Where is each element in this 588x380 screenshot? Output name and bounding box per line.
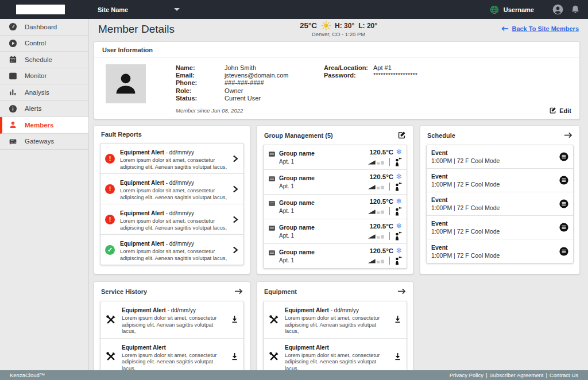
sidebar-item-label: Members [25, 122, 54, 129]
gateway-device-icon [9, 137, 17, 146]
fault-reports-card: Fault Reports ! Equipment Alert - dd/mm/… [94, 125, 250, 274]
sidebar-item-alerts[interactable]: Alerts [0, 101, 88, 118]
subscriber-agreement-link[interactable]: Subscriber Agreement [489, 372, 543, 378]
account-avatar-icon[interactable] [552, 4, 563, 15]
equipment-row[interactable]: Equipment AlertLorem ipsum dolor sit ame… [264, 339, 407, 370]
page-title: Member Details [98, 23, 175, 36]
schedule-event-row[interactable]: Event1:00PM | 72 F Cool Mode [427, 145, 573, 169]
event-menu-icon[interactable] [559, 247, 568, 256]
schedule-list: Event1:00PM | 72 F Cool Mode Event1:00PM… [426, 145, 574, 263]
calendar-icon [9, 55, 17, 64]
logo-placeholder [16, 5, 65, 14]
sidebar-item-label: Gateways [25, 138, 54, 145]
schedule-event-row[interactable]: Event1:00PM | 72 F Cool Mode [427, 169, 573, 192]
tools-icon [268, 314, 280, 325]
fault-report-row[interactable]: ! Equipment Alert - dd/mm/yyLorem ipsum … [100, 204, 243, 235]
arrow-right-icon[interactable] [397, 287, 406, 296]
group-row[interactable]: Group nameApt. 1 120.5°C❄ [264, 145, 407, 170]
occupancy-icon [394, 256, 402, 265]
schedule-card: Schedule Event1:00PM | 72 F Cool Mode Ev… [420, 125, 580, 274]
user-fields-left: Name:John Smith Email:jstevens@domain.co… [176, 64, 288, 114]
person-icon [9, 121, 17, 129]
schedule-title: Schedule [427, 132, 455, 139]
fault-report-row[interactable]: ! Equipment Alert - dd/mm/yyLorem ipsum … [100, 174, 243, 204]
chevron-right-icon[interactable] [232, 246, 239, 254]
fan-speed-icon [368, 233, 385, 239]
group-row[interactable]: Group nameApt. 1 120.5°C❄ [264, 219, 407, 244]
service-history-title: Service History [101, 288, 147, 295]
group-icon [268, 200, 276, 207]
sidebar-item-members[interactable]: Members [0, 117, 88, 134]
contract-us-link[interactable]: Contract Us [550, 372, 578, 378]
chevron-right-icon[interactable] [232, 154, 239, 163]
sidebar-item-monitor[interactable]: Monitor [0, 68, 88, 85]
user-info-title: User Information [94, 42, 579, 57]
service-history-list: Equipment Alert - dd/mm/yyLorem ipsum do… [100, 301, 244, 370]
service-history-row[interactable]: Equipment Alert - dd/mm/yyLorem ipsum do… [100, 301, 243, 339]
cool-mode-snowflake-icon: ❄ [396, 197, 402, 205]
group-list: Group nameApt. 1 120.5°C❄ Group nameApt.… [263, 145, 407, 269]
sidebar-item-control[interactable]: Control [0, 36, 88, 52]
sidebar-item-schedule[interactable]: Schedule [0, 52, 88, 68]
line-chart-icon [9, 72, 17, 80]
schedule-event-row[interactable]: Event1:00PM | 72 F Cool Mode [427, 239, 573, 263]
privacy-policy-link[interactable]: Privacy Policy [450, 372, 483, 378]
field-value: John Smith [225, 64, 256, 72]
service-history-row[interactable]: Equipment AlertLorem ipsum dolor sit ame… [100, 339, 243, 370]
field-label: Status: [176, 95, 225, 102]
download-icon[interactable] [394, 315, 402, 324]
group-management-title: Group Management (5) [264, 132, 333, 139]
cool-mode-snowflake-icon: ❄ [396, 173, 402, 180]
sidebar-item-analysis[interactable]: Analysis [0, 84, 88, 101]
group-management-card: Group Management (5) Group nameApt. 1 12… [257, 125, 413, 274]
equipment-row[interactable]: Equipment Alert - dd/mm/yyLorem ipsum do… [264, 301, 407, 339]
sidebar-item-label: Control [25, 40, 46, 46]
chevron-right-icon[interactable] [232, 215, 239, 224]
divider [389, 232, 390, 240]
event-menu-icon[interactable] [559, 176, 568, 185]
sidebar-item-label: Monitor [25, 72, 47, 79]
main-content: Member Details 25°C H: 30° L: 20° Denver… [89, 19, 588, 370]
arrow-right-icon[interactable] [234, 287, 243, 296]
sidebar-item-gateways[interactable]: Gateways [0, 134, 88, 150]
divider [389, 257, 390, 265]
equipment-list: Equipment Alert - dd/mm/yyLorem ipsum do… [263, 301, 407, 370]
event-menu-icon[interactable] [559, 152, 568, 161]
user-fields-right: Area/Location:Apt #1 Password:**********… [324, 64, 417, 79]
schedule-event-row[interactable]: Event1:00PM | 72 F Cool Mode [427, 192, 573, 216]
edit-user-button[interactable]: Edit [549, 107, 571, 114]
username-label: Username [504, 6, 534, 13]
weather-widget: 25°C H: 30° L: 20° Denver, CO - 1:20 PM [300, 21, 377, 37]
notifications-bell-icon[interactable] [571, 5, 580, 14]
site-name-dropdown[interactable]: Site Name [98, 6, 180, 13]
brand-label: KenzaCloud™ [10, 372, 45, 378]
sidebar-item-dashboard[interactable]: Dashboard [0, 19, 88, 36]
sidebar-item-label: Alerts [25, 105, 41, 112]
group-row[interactable]: Group nameApt. 1 120.5°C❄ [264, 244, 407, 268]
arrow-right-icon[interactable] [564, 131, 572, 139]
weather-low: L: 20° [358, 22, 377, 30]
occupancy-icon [394, 231, 402, 241]
alert-circle-icon: ! [105, 184, 115, 194]
footer-links: Privacy Policy|Subscriber Agreement|Cont… [450, 372, 578, 378]
download-icon[interactable] [231, 352, 239, 361]
group-row[interactable]: Group nameApt. 1 120.5°C❄ [264, 195, 407, 219]
back-to-site-members-link[interactable]: Back To Site Members [501, 25, 579, 32]
check-circle-icon: ✓ [105, 245, 115, 255]
chevron-down-icon [174, 8, 180, 11]
globe-icon [490, 5, 499, 14]
event-menu-icon[interactable] [559, 199, 568, 208]
schedule-event-row[interactable]: Event1:00PM | 72 F Cool Mode [427, 216, 573, 239]
fault-report-row[interactable]: ✓ Equipment Alert - dd/mm/yyLorem ipsum … [100, 235, 243, 265]
group-row[interactable]: Group nameApt. 1 120.5°C❄ [264, 170, 407, 195]
field-label: Password: [324, 72, 373, 79]
chevron-right-icon[interactable] [232, 185, 239, 193]
download-icon[interactable] [231, 315, 239, 324]
fan-speed-icon [368, 208, 385, 215]
field-label: Area/Location: [324, 64, 373, 72]
event-menu-icon[interactable] [559, 223, 568, 232]
fault-report-row[interactable]: ! Equipment Alert - dd/mm/yyLorem ipsum … [100, 144, 243, 174]
edit-groups-icon[interactable] [397, 131, 406, 139]
site-name-label: Site Name [98, 6, 128, 13]
download-icon[interactable] [394, 352, 402, 361]
